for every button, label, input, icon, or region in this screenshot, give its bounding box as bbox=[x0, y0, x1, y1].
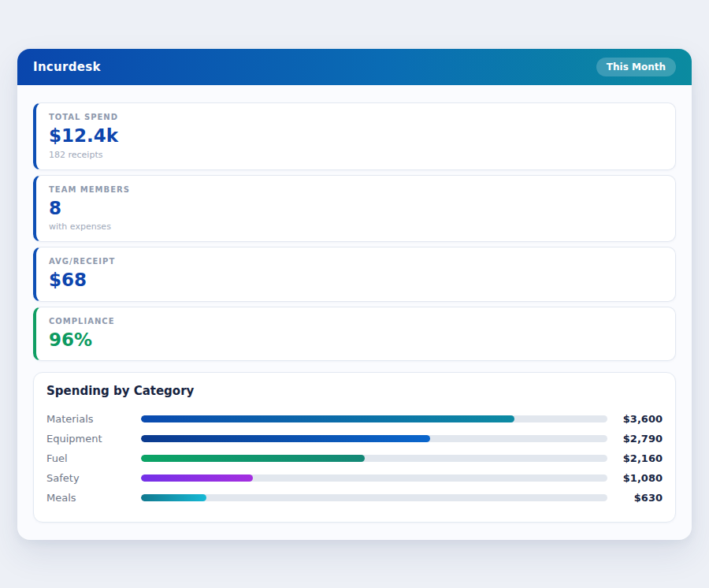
bar-value-label: $2,160 bbox=[607, 452, 663, 464]
stat-subtext: with expenses bbox=[49, 221, 663, 232]
bar-fill bbox=[141, 415, 514, 422]
bar-track bbox=[141, 415, 607, 422]
stat-label: TOTAL SPEND bbox=[49, 113, 663, 121]
bar-row: Safety$1,080 bbox=[46, 468, 663, 488]
bar-category-label: Equipment bbox=[46, 433, 141, 445]
bar-row: Materials$3,600 bbox=[46, 409, 663, 429]
bar-category-label: Meals bbox=[46, 492, 141, 504]
stat-value: 96% bbox=[49, 329, 663, 352]
stat-subtext: 182 receipts bbox=[49, 150, 663, 160]
bar-fill bbox=[141, 435, 430, 442]
stat-value: $12.4k bbox=[49, 125, 663, 147]
stat-card-team-members: TEAM MEMBERS 8 with expenses bbox=[33, 175, 676, 243]
period-badge[interactable]: This Month bbox=[596, 58, 676, 76]
stat-label: AVG/RECEIPT bbox=[49, 257, 663, 266]
bar-track bbox=[141, 455, 607, 462]
bar-track bbox=[141, 435, 607, 442]
bar-track bbox=[141, 494, 607, 501]
bar-fill bbox=[141, 494, 206, 501]
chart-title: Spending by Category bbox=[46, 384, 663, 398]
stat-card-total-spend: TOTAL SPEND $12.4k 182 receipts bbox=[33, 102, 676, 170]
app-header: Incurdesk This Month bbox=[17, 49, 692, 85]
bar-value-label: $1,080 bbox=[607, 472, 663, 484]
stat-value: 8 bbox=[49, 198, 663, 220]
bar-category-label: Materials bbox=[46, 413, 141, 425]
bar-value-label: $3,600 bbox=[607, 413, 663, 425]
bar-category-label: Fuel bbox=[46, 452, 141, 464]
bar-value-label: $2,790 bbox=[607, 433, 663, 445]
stat-card-avg-receipt: AVG/RECEIPT $68 bbox=[33, 247, 676, 302]
bar-track bbox=[141, 474, 607, 482]
bar-row: Equipment$2,790 bbox=[46, 429, 663, 448]
stat-value: $68 bbox=[49, 270, 663, 292]
category-bar-chart: Materials$3,600Equipment$2,790Fuel$2,160… bbox=[46, 409, 663, 508]
dashboard-panel: Incurdesk This Month TOTAL SPEND $12.4k … bbox=[17, 49, 692, 540]
bar-value-label: $630 bbox=[607, 492, 663, 504]
panel-content: TOTAL SPEND $12.4k 182 receipts TEAM MEM… bbox=[17, 85, 692, 540]
bar-fill bbox=[141, 455, 365, 462]
stat-card-compliance: COMPLIANCE 96% bbox=[33, 307, 676, 362]
bar-row: Fuel$2,160 bbox=[46, 448, 663, 468]
app-title: Incurdesk bbox=[33, 60, 101, 74]
stat-label: COMPLIANCE bbox=[49, 317, 663, 326]
bar-category-label: Safety bbox=[46, 472, 141, 484]
stat-label: TEAM MEMBERS bbox=[49, 185, 663, 194]
bar-row: Meals$630 bbox=[46, 488, 663, 508]
spending-by-category-card: Spending by Category Materials$3,600Equi… bbox=[33, 372, 676, 523]
bar-fill bbox=[141, 474, 253, 482]
